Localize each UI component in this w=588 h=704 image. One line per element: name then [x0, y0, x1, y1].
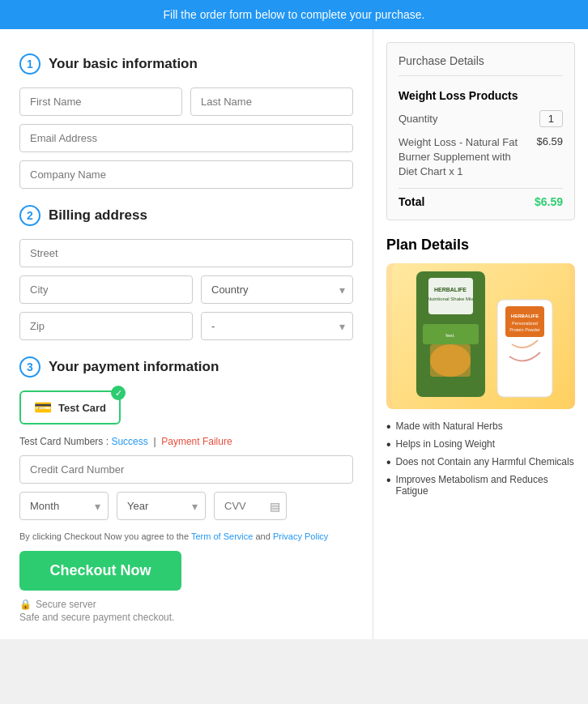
svg-text:feel.: feel. [445, 333, 455, 338]
test-card-info: Test Card Numbers : Success | Payment Fa… [19, 436, 353, 447]
secure-info: 🔒 Secure server Safe and secure payment … [19, 599, 353, 623]
check-icon: ✓ [111, 386, 126, 400]
first-name-input[interactable] [19, 87, 182, 116]
product-section-title: Weight Loss Products [398, 89, 563, 102]
total-row: Total $6.59 [398, 188, 563, 208]
email-input[interactable] [19, 124, 353, 152]
success-link[interactable]: Success [111, 436, 147, 447]
svg-text:Protein Powder: Protein Powder [509, 327, 540, 332]
section2-label: Billing address [49, 207, 147, 224]
product-image-area: HERBALIFE Nutritional Shake Mix HERBALIF… [386, 263, 575, 409]
svg-text:HERBALIFE: HERBALIFE [433, 287, 466, 292]
section3-number: 3 [19, 356, 40, 378]
total-label: Total [398, 195, 424, 208]
card-icon: 💳 [34, 399, 52, 416]
quantity-value: 1 [539, 110, 563, 127]
section2-number: 2 [19, 205, 40, 226]
lock-icon: 🔒 [19, 599, 32, 610]
product-price-row: Weight Loss - Natural Fat Burner Supplem… [398, 135, 563, 180]
right-panel: Purchase Details Weight Loss Products Qu… [373, 29, 588, 639]
street-input[interactable] [19, 239, 353, 267]
terms-text: By clicking Checkout Now you agree to th… [19, 531, 353, 541]
total-price: $6.59 [535, 195, 563, 208]
product-desc: Weight Loss - Natural Fat Burner Supplem… [398, 135, 528, 180]
month-select[interactable]: Month 01020304 05060708 09101112 [19, 492, 109, 520]
card-label-text: Test Card [58, 402, 106, 414]
month-select-wrapper: Month 01020304 05060708 09101112 [19, 492, 109, 520]
terms-link[interactable]: Term of Service [191, 531, 253, 541]
feature-item: Helps in Losing Weight [386, 438, 575, 451]
year-select-wrapper: Year 2024202520262027 202820292030 [117, 492, 206, 520]
section1-label: Your basic information [49, 56, 198, 72]
street-row [19, 239, 353, 267]
company-input[interactable] [19, 160, 353, 189]
banner-text: Fill the order form below to complete yo… [164, 8, 425, 21]
credit-card-row [19, 455, 353, 484]
last-name-input[interactable] [190, 87, 353, 116]
page-wrapper: Fill the order form below to complete yo… [0, 0, 588, 639]
section1-number: 1 [19, 53, 40, 75]
product-price: $6.59 [536, 135, 563, 147]
cvv-wrapper: ▤ [214, 492, 287, 520]
country-select-wrapper: Country [201, 275, 353, 304]
credit-card-input[interactable] [19, 455, 353, 484]
svg-text:Nutritional Shake Mix: Nutritional Shake Mix [427, 297, 473, 301]
zip-input[interactable] [19, 312, 193, 340]
quantity-row: Quantity 1 [398, 110, 563, 127]
main-content: 1 Your basic information 2 Billing addre… [0, 29, 588, 639]
top-banner: Fill the order form below to complete yo… [0, 0, 588, 29]
city-input[interactable] [19, 275, 193, 304]
feature-item: Does not Contain any Harmful Chemicals [386, 456, 575, 469]
company-row [19, 160, 353, 189]
section2-title: 2 Billing address [19, 205, 353, 226]
expiry-cvv-row: Month 01020304 05060708 09101112 Year 20… [19, 492, 353, 520]
plan-features-list: Made with Natural HerbsHelps in Losing W… [386, 420, 575, 497]
state-select[interactable]: - [201, 312, 353, 340]
feature-item: Made with Natural Herbs [386, 420, 575, 433]
secure-server-text: Secure server [36, 599, 96, 610]
product-image-svg: HERBALIFE Nutritional Shake Mix HERBALIF… [392, 263, 570, 409]
quantity-label: Quantity [398, 113, 437, 125]
test-card-label: Test Card Numbers : [19, 436, 109, 447]
section3-label: Your payment information [49, 359, 219, 375]
purchase-details-title: Purchase Details [398, 54, 563, 67]
card-option[interactable]: 💳 Test Card ✓ [19, 390, 121, 425]
section1-title: 1 Your basic information [19, 53, 353, 75]
email-row [19, 124, 353, 152]
svg-text:HERBALIFE: HERBALIFE [510, 314, 538, 318]
svg-rect-6 [430, 344, 471, 377]
zip-state-row: - [19, 312, 353, 340]
purchase-details-box: Purchase Details Weight Loss Products Qu… [386, 42, 575, 220]
plan-details-title: Plan Details [386, 237, 575, 254]
failure-link[interactable]: Payment Failure [161, 436, 232, 447]
secure-server-row: 🔒 Secure server [19, 599, 353, 610]
feature-item: Improves Metabolism and Reduces Fatigue [386, 474, 575, 497]
safe-payment-text: Safe and secure payment checkout. [19, 612, 353, 623]
svg-text:Personalized: Personalized [512, 321, 538, 326]
checkout-button[interactable]: Checkout Now [19, 551, 181, 591]
state-select-wrapper: - [201, 312, 353, 340]
name-row [19, 87, 353, 116]
cvv-icon: ▤ [270, 500, 280, 513]
year-select[interactable]: Year 2024202520262027 202820292030 [117, 492, 206, 520]
section3-title: 3 Your payment information [19, 356, 353, 378]
city-country-row: Country [19, 275, 353, 304]
privacy-link[interactable]: Privacy Policy [273, 531, 328, 541]
left-panel: 1 Your basic information 2 Billing addre… [0, 29, 373, 639]
country-select[interactable]: Country [201, 275, 353, 304]
